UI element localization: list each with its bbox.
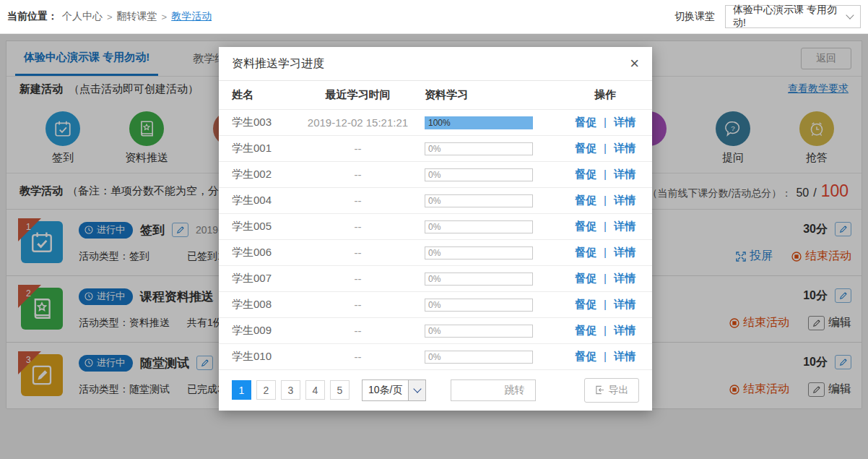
- progress-bar: 0%: [425, 299, 533, 312]
- supervise-link[interactable]: 督促: [575, 350, 596, 362]
- topbar: 当前位置： 个人中心 > 翻转课堂 > 教学活动 切换课堂 体验中心演示课 专用…: [0, 0, 868, 34]
- link-separator: |: [604, 116, 607, 128]
- jump-button[interactable]: 跳转: [493, 380, 535, 400]
- student-name: 学生009: [219, 324, 291, 338]
- progress-label: 100%: [428, 117, 451, 127]
- breadcrumb-item-personal-center[interactable]: 个人中心: [62, 10, 103, 23]
- link-separator: |: [604, 298, 607, 310]
- progress-bar: 100%: [425, 116, 533, 129]
- detail-link[interactable]: 详情: [614, 142, 635, 154]
- progress-bar: 0%: [425, 142, 533, 155]
- breadcrumb-separator: >: [107, 12, 113, 22]
- student-name: 学生010: [219, 350, 291, 364]
- progress-label: 0%: [428, 325, 440, 335]
- student-name: 学生005: [219, 220, 291, 233]
- course-select-value: 体验中心演示课 专用勿动!: [733, 4, 847, 30]
- supervise-link[interactable]: 督促: [575, 220, 596, 232]
- progress-label: 0%: [428, 169, 440, 179]
- page-button-2[interactable]: 2: [256, 380, 276, 400]
- jump-page-input[interactable]: [451, 380, 493, 400]
- student-name: 学生004: [219, 194, 291, 207]
- progress-label: 0%: [428, 247, 440, 257]
- detail-link[interactable]: 详情: [614, 194, 635, 206]
- progress-bar: 0%: [425, 194, 533, 207]
- export-button[interactable]: 导出: [584, 378, 639, 403]
- breadcrumb-separator: >: [162, 12, 168, 22]
- progress-bar: 0%: [425, 325, 533, 338]
- link-separator: |: [604, 168, 607, 180]
- table-row: 学生008 -- 0% 督促 | 详情: [219, 292, 652, 318]
- course-switcher: 切换课堂 体验中心演示课 专用勿动!: [674, 5, 861, 28]
- last-study-time: --: [291, 273, 425, 285]
- detail-link[interactable]: 详情: [614, 246, 635, 258]
- last-study-time: --: [291, 142, 425, 155]
- student-name: 学生001: [219, 142, 291, 155]
- table-row: 学生004 -- 0% 督促 | 详情: [219, 188, 652, 214]
- detail-link[interactable]: 详情: [614, 324, 635, 336]
- progress-modal: 资料推送学习进度 × 姓名 最近学习时间 资料学习 操作 学生003 2019-…: [219, 47, 652, 411]
- modal-title: 资料推送学习进度: [232, 56, 324, 72]
- link-separator: |: [604, 194, 607, 206]
- page-size-select[interactable]: 10条/页: [362, 379, 426, 401]
- chevron-down-icon: [408, 380, 425, 400]
- last-study-time: --: [291, 299, 425, 311]
- export-icon: [595, 385, 604, 395]
- pagination-bar: 1 2 3 4 5 10条/页 跳转 导出: [219, 370, 652, 410]
- page-button-4[interactable]: 4: [305, 380, 325, 400]
- breadcrumb-label: 当前位置：: [7, 10, 58, 23]
- progress-label: 0%: [428, 299, 440, 309]
- supervise-link[interactable]: 督促: [575, 194, 596, 206]
- progress-table-body: 学生003 2019-12-02 15:21:21 100% 督促 | 详情 学…: [219, 110, 652, 370]
- student-name: 学生007: [219, 272, 291, 286]
- progress-label: 0%: [428, 195, 440, 205]
- jump-group: 跳转: [451, 379, 536, 401]
- supervise-link[interactable]: 督促: [575, 324, 596, 336]
- link-separator: |: [604, 324, 607, 336]
- student-name: 学生002: [219, 168, 291, 181]
- progress-label: 0%: [428, 273, 440, 283]
- progress-bar: 0%: [425, 351, 533, 364]
- link-separator: |: [604, 220, 607, 232]
- last-study-time: --: [291, 194, 425, 207]
- close-icon[interactable]: ×: [630, 56, 639, 72]
- table-row: 学生007 -- 0% 督促 | 详情: [219, 266, 652, 292]
- last-study-time: --: [291, 220, 425, 233]
- table-row: 学生006 -- 0% 督促 | 详情: [219, 240, 652, 266]
- page-button-1[interactable]: 1: [232, 380, 251, 400]
- supervise-link[interactable]: 督促: [575, 272, 596, 284]
- supervise-link[interactable]: 督促: [575, 142, 596, 154]
- table-row: 学生003 2019-12-02 15:21:21 100% 督促 | 详情: [219, 110, 652, 136]
- course-select[interactable]: 体验中心演示课 专用勿动!: [725, 5, 861, 28]
- link-separator: |: [604, 142, 607, 154]
- table-row: 学生002 -- 0% 督促 | 详情: [219, 162, 652, 188]
- page-size-value: 10条/页: [363, 384, 408, 397]
- last-study-time: --: [291, 168, 425, 181]
- breadcrumb-item-teaching-activities[interactable]: 教学活动: [171, 10, 212, 23]
- last-study-time: 2019-12-02 15:21:21: [291, 116, 425, 129]
- progress-bar: 0%: [425, 273, 533, 286]
- detail-link[interactable]: 详情: [614, 116, 635, 128]
- breadcrumb-item-flipped-classroom[interactable]: 翻转课堂: [117, 10, 157, 23]
- progress-bar: 0%: [425, 220, 533, 233]
- link-separator: |: [604, 350, 607, 362]
- link-separator: |: [604, 272, 607, 284]
- column-header-actions: 操作: [558, 88, 652, 102]
- table-row: 学生009 -- 0% 督促 | 详情: [219, 318, 652, 344]
- progress-label: 0%: [428, 221, 440, 231]
- supervise-link[interactable]: 督促: [575, 168, 596, 180]
- supervise-link[interactable]: 督促: [575, 116, 596, 128]
- progress-label: 0%: [428, 351, 440, 361]
- column-header-material-study: 资料学习: [425, 88, 558, 102]
- column-header-name: 姓名: [219, 88, 291, 102]
- detail-link[interactable]: 详情: [614, 168, 635, 180]
- supervise-link[interactable]: 督促: [575, 298, 596, 310]
- detail-link[interactable]: 详情: [614, 298, 635, 310]
- supervise-link[interactable]: 督促: [575, 246, 596, 258]
- page-button-5[interactable]: 5: [330, 380, 350, 400]
- detail-link[interactable]: 详情: [614, 220, 635, 232]
- detail-link[interactable]: 详情: [614, 350, 635, 362]
- detail-link[interactable]: 详情: [614, 272, 635, 284]
- student-name: 学生006: [219, 246, 291, 259]
- switch-course-label: 切换课堂: [674, 10, 715, 23]
- page-button-3[interactable]: 3: [281, 380, 300, 400]
